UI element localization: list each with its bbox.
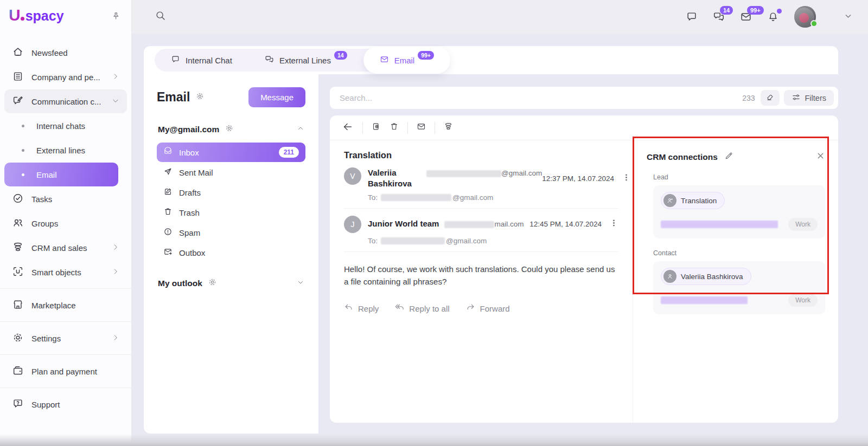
sidebar-item-label: Internal chats <box>36 121 85 131</box>
email-settings-gear-icon[interactable] <box>195 92 205 103</box>
delete-icon[interactable] <box>390 122 399 133</box>
app-sidebar: Uspacy Newsfeed Company and pe... Commun… <box>0 0 132 446</box>
mark-unread-icon[interactable] <box>417 122 426 133</box>
sidebar-item-label: Support <box>31 400 60 409</box>
uspacy-logo[interactable]: Uspacy <box>9 6 64 28</box>
tab-external-lines[interactable]: External Lines 14 <box>248 49 363 72</box>
folder-inbox[interactable]: Inbox 211 <box>157 143 305 162</box>
lead-section-label: Lead <box>653 173 825 181</box>
edit-pencil-icon[interactable] <box>724 151 733 163</box>
contact-chip-label: Valeriia Bashkirova <box>681 273 743 281</box>
sidebar-item-marketplace[interactable]: Marketplace <box>4 293 127 317</box>
sidebar-item-support[interactable]: Support <box>4 392 127 416</box>
sidebar-item-internal-chats[interactable]: Internal chats <box>4 114 127 138</box>
message-row[interactable]: V Valeriia Bashkirova @gmail.com 12:37 P… <box>344 160 618 209</box>
email-folders-panel: Email Message My@gmail.com Inbox 211 Sen… <box>144 74 318 434</box>
sidebar-item-label: Communication c... <box>31 97 101 106</box>
tab-internal-chat[interactable]: Internal Chat <box>155 49 248 72</box>
chevron-right-icon <box>112 334 119 343</box>
sidebar-item-newsfeed[interactable]: Newsfeed <box>4 41 127 64</box>
pin-icon[interactable] <box>111 11 120 23</box>
sender-email: mail.com <box>444 220 524 228</box>
sidebar-item-crm[interactable]: CRM and sales <box>4 236 127 260</box>
sidebar-item-communication[interactable]: Communication c... <box>4 89 127 113</box>
reply-icon <box>344 303 353 314</box>
app-root: Uspacy Newsfeed Company and pe... Commun… <box>0 0 868 446</box>
folder-spam[interactable]: Spam <box>157 223 305 242</box>
email-panel-title: Email <box>157 90 190 105</box>
search-icon[interactable] <box>155 10 167 24</box>
move-to-folder-icon[interactable] <box>372 122 381 133</box>
redacted-email <box>381 194 451 201</box>
chevron-down-icon[interactable] <box>297 279 304 288</box>
account-gear-icon[interactable] <box>225 124 234 135</box>
sidebar-item-tasks[interactable]: Tasks <box>4 187 127 211</box>
mail-icon[interactable]: 99+ <box>740 11 752 23</box>
message-menu-icon[interactable] <box>622 173 631 184</box>
envelope-icon <box>380 55 389 66</box>
sidebar-item-external-lines[interactable]: External lines <box>4 138 127 162</box>
message-row[interactable]: J Junior World team mail.com 12:45 PM, 1… <box>344 209 618 252</box>
notifications-bell-icon[interactable] <box>767 11 779 23</box>
sidebar-item-groups[interactable]: Groups <box>4 211 127 235</box>
folder-outbox[interactable]: Outbox <box>157 243 305 262</box>
internal-chat-icon[interactable] <box>686 11 698 23</box>
sidebar-item-email[interactable]: Email <box>4 163 118 186</box>
tab-email[interactable]: Email 99+ <box>363 47 450 74</box>
folder-label: Trash <box>179 208 200 217</box>
clear-search-button[interactable] <box>761 90 780 106</box>
mail-count-badge: 99+ <box>747 6 764 15</box>
sidebar-item-label: Smart objects <box>31 268 81 277</box>
new-message-button[interactable]: Message <box>248 87 305 107</box>
contact-card: Valeriia Bashkirova Work <box>653 261 825 314</box>
lead-chip[interactable]: Translation <box>661 192 725 209</box>
sidebar-item-settings[interactable]: Settings <box>4 326 127 350</box>
trash-icon <box>163 207 173 218</box>
sidebar-item-label: Tasks <box>31 195 52 204</box>
back-arrow-icon[interactable] <box>342 121 354 135</box>
folder-trash[interactable]: Trash <box>157 203 305 222</box>
contact-chip[interactable]: Valeriia Bashkirova <box>661 268 751 285</box>
sidebar-item-label: Groups <box>31 219 58 228</box>
mail-search-input[interactable] <box>340 93 742 102</box>
chevron-right-icon <box>112 243 119 253</box>
divider <box>435 122 435 134</box>
crm-link-icon[interactable] <box>444 122 453 133</box>
folder-drafts[interactable]: Drafts <box>157 183 305 202</box>
crm-panel-header: CRM connections <box>647 151 825 163</box>
external-chats-icon[interactable]: 14 <box>713 11 725 23</box>
result-count: 233 <box>742 94 755 102</box>
chat-pen-icon <box>12 95 24 108</box>
sidebar-item-label: External lines <box>36 146 85 155</box>
chevron-down-icon <box>112 97 119 106</box>
account-name: My@gmail.com <box>158 125 219 134</box>
close-icon[interactable] <box>816 151 825 163</box>
bullet-icon <box>22 125 24 127</box>
sidebar-item-plan-payment[interactable]: Plan and payment <box>4 359 127 383</box>
reply-all-button[interactable]: Reply to all <box>395 303 449 314</box>
forward-button[interactable]: Forward <box>466 303 510 314</box>
work-badge: Work <box>788 294 818 307</box>
eraser-icon <box>765 93 775 104</box>
sidebar-item-label: Marketplace <box>31 301 76 310</box>
filters-button[interactable]: Filters <box>784 90 834 106</box>
account-gear-icon[interactable] <box>208 277 217 289</box>
account-row-gmail[interactable]: My@gmail.com <box>157 124 305 135</box>
alert-circle-icon <box>163 227 173 238</box>
reply-button[interactable]: Reply <box>344 303 379 314</box>
message-menu-icon[interactable] <box>609 218 618 230</box>
folder-list: Inbox 211 Sent Mail Drafts Trash Spam <box>157 143 305 262</box>
message-time: 12:45 PM, 14.07.2024 <box>529 220 602 228</box>
chevron-up-icon[interactable] <box>297 125 304 134</box>
chat-icon <box>171 55 180 66</box>
divider <box>0 321 131 322</box>
sidebar-item-company[interactable]: Company and pe... <box>4 65 127 89</box>
bullet-icon <box>22 173 24 176</box>
divider <box>0 354 131 355</box>
folder-sent[interactable]: Sent Mail <box>157 163 305 182</box>
account-row-outlook[interactable]: My outlook <box>157 277 305 289</box>
profile-chevron-icon[interactable] <box>844 11 853 23</box>
sidebar-item-smart-objects[interactable]: Smart objects <box>4 260 127 284</box>
message-time: 12:37 PM, 14.07.2024 <box>542 174 614 183</box>
wallet-icon <box>12 365 24 378</box>
